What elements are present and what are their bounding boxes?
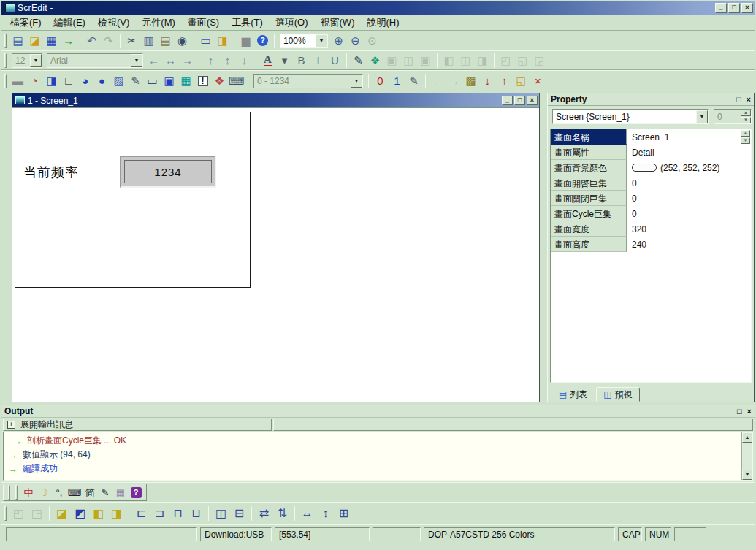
spinner-down-icon[interactable]: ▼	[741, 137, 750, 144]
menu-element[interactable]: 元件(M)	[136, 14, 181, 31]
drawing-element-button[interactable]: ▣	[161, 73, 177, 89]
screen-canvas[interactable]: 当前频率 1234	[12, 107, 539, 402]
property-float-icon[interactable]: □	[736, 95, 741, 104]
ime-shape-button[interactable]: ☽	[37, 485, 51, 500]
ime-simplified-button[interactable]: 简	[83, 485, 97, 500]
graph-element-button[interactable]: ❖	[211, 73, 228, 89]
property-value[interactable]: 0	[627, 191, 751, 206]
ime-grip-2[interactable]	[15, 485, 18, 500]
stretch-vertical-button[interactable]: ↕	[219, 53, 236, 69]
flip-rotate-button[interactable]: ❖	[367, 53, 383, 69]
draw-pencil-button[interactable]: ✎	[350, 53, 367, 69]
move-left-button[interactable]: ←	[145, 53, 162, 69]
tab-預視[interactable]: ◫預視	[596, 387, 639, 402]
property-close-icon[interactable]: ×	[747, 95, 751, 104]
rectangle-element-button[interactable]: ▨	[110, 73, 127, 89]
menu-help[interactable]: 說明(H)	[361, 14, 405, 31]
maximize-button[interactable]: □	[728, 3, 740, 13]
screen-window-titlebar[interactable]: 1 - Screen_1 _ □ ×	[12, 93, 539, 107]
property-row[interactable]: 畫面背景顏色(252, 252, 252)	[551, 160, 751, 175]
download-button[interactable]: ↓	[479, 73, 496, 89]
property-value[interactable]: 320	[627, 221, 751, 237]
scroll-up-icon[interactable]: ▲	[742, 432, 752, 443]
zoom-in-button[interactable]: ⊕	[330, 33, 347, 49]
align-right-button[interactable]: ⊐	[150, 505, 169, 522]
print-button[interactable]: ▆	[237, 33, 254, 49]
paste-button[interactable]: ▤	[157, 33, 174, 49]
ime-help-button[interactable]: ?	[129, 485, 143, 500]
text-color-button[interactable]: A	[259, 53, 276, 69]
screen-minimize-button[interactable]: _	[502, 96, 513, 105]
property-row[interactable]: 畫面Cycle巨集0	[551, 206, 751, 221]
property-row[interactable]: 畫面高度240	[551, 237, 751, 252]
output-scrollbar[interactable]: ▲ ▼	[741, 432, 752, 480]
toolbar-grip[interactable]	[4, 506, 7, 521]
spinner-up-icon[interactable]: ▲	[741, 110, 751, 116]
property-value[interactable]: Detail	[627, 145, 751, 160]
output-column-header[interactable]: + 展開輸出訊息	[3, 419, 272, 431]
copy-button[interactable]: ▥	[140, 33, 157, 49]
export-button[interactable]: →	[60, 33, 77, 49]
space-horizontal-button[interactable]: ⇄	[255, 505, 273, 522]
scroll-down-icon[interactable]: ▼	[742, 470, 752, 480]
menu-view[interactable]: 檢視(V)	[92, 14, 135, 31]
screen-maximize-button[interactable]: □	[514, 96, 525, 105]
send-to-back-button[interactable]: ◩	[71, 505, 89, 522]
save-project-button[interactable]: ▦	[43, 33, 60, 49]
move-right-button[interactable]: →	[179, 53, 196, 69]
ime-punctuation-button[interactable]: °,	[52, 485, 66, 500]
bar-element-button[interactable]: ◨	[43, 73, 60, 89]
center-vertical-button[interactable]: ⊟	[230, 505, 248, 522]
pipe-element-button[interactable]: ∟	[60, 73, 77, 89]
property-row[interactable]: 畫面名稱Screen_1	[551, 129, 751, 145]
toolbar-grip[interactable]	[4, 74, 7, 88]
open-screen-button[interactable]: ◨	[214, 33, 231, 49]
ime-language-button[interactable]: 中	[21, 485, 36, 500]
alarm-element-button[interactable]: !	[194, 73, 211, 89]
open-folder-button[interactable]: ◱	[513, 73, 530, 89]
undo-button[interactable]: ↶	[83, 33, 100, 49]
keypad-element-button[interactable]: ⌨	[228, 73, 245, 89]
underline-button[interactable]: U	[327, 53, 343, 69]
align-top-button[interactable]: ⊓	[169, 505, 187, 522]
open-project-button[interactable]: ◪	[26, 33, 43, 49]
same-width-button[interactable]: ↔	[298, 505, 316, 522]
cut-button[interactable]: ✂	[123, 33, 140, 49]
send-backward-button[interactable]: ◨	[107, 505, 126, 522]
move-up-button[interactable]: ↑	[202, 53, 219, 69]
find-button[interactable]: ◉	[174, 33, 191, 49]
ime-soft-keyboard-button[interactable]: ⌨	[67, 485, 82, 500]
help-button[interactable]: ?	[254, 33, 271, 49]
output-message[interactable]: →編譯成功	[4, 462, 741, 475]
meter-element-button[interactable]: ◔	[26, 73, 43, 89]
state-one-button[interactable]: 1	[389, 73, 405, 89]
toolbar-grip[interactable]	[4, 34, 7, 48]
screen-close-button[interactable]: ×	[527, 96, 538, 105]
ime-pen-button[interactable]: ✎	[98, 485, 112, 500]
move-down-button[interactable]: ↓	[236, 53, 253, 69]
chevron-down-icon[interactable]: ▼	[696, 110, 708, 123]
output-close-icon[interactable]: ×	[747, 407, 752, 416]
same-height-button[interactable]: ↕	[316, 505, 335, 522]
chevron-down-icon[interactable]: ▼	[316, 34, 327, 47]
ime-grip[interactable]	[8, 485, 10, 500]
delete-compiled-button[interactable]: ×	[530, 73, 546, 89]
same-size-button[interactable]: ⊞	[335, 505, 353, 522]
property-value[interactable]: (252, 252, 252)	[627, 160, 751, 175]
compile-button[interactable]: ▩	[462, 73, 479, 89]
new-project-button[interactable]: ▤	[9, 33, 26, 49]
numeric-display-tool-button[interactable]: ▦	[177, 73, 194, 89]
spinner-down-icon[interactable]: ▼	[741, 117, 751, 123]
upload-button[interactable]: ↑	[496, 73, 513, 89]
output-message[interactable]: →剖析畫面Cycle巨集 ... OK	[4, 434, 741, 448]
bring-forward-button[interactable]: ◧	[89, 505, 107, 522]
minimize-button[interactable]: _	[715, 3, 727, 13]
spinner-up-icon[interactable]: ▲	[741, 130, 750, 137]
italic-button[interactable]: I	[310, 53, 327, 69]
property-value[interactable]: 240	[627, 237, 751, 252]
tab-列表[interactable]: ▤列表	[551, 387, 595, 402]
align-bottom-button[interactable]: ⊔	[187, 505, 205, 522]
menu-screen[interactable]: 畫面(S)	[182, 14, 225, 31]
screen-change-element-button[interactable]: ▭	[144, 73, 161, 89]
zoom-out-button[interactable]: ⊖	[347, 33, 364, 49]
